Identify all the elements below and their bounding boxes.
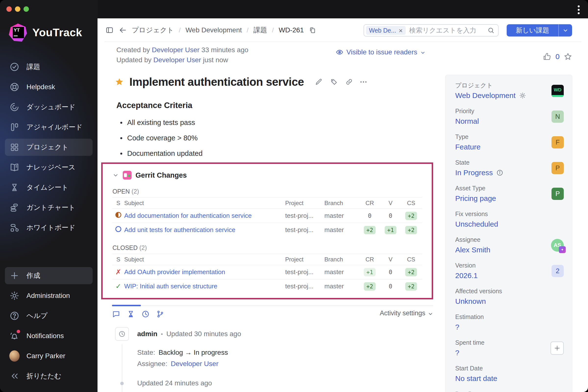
field-label: Estimation	[455, 313, 484, 321]
state-badge[interactable]: P	[552, 162, 564, 174]
back-arrow-icon[interactable]	[118, 26, 127, 34]
chevron-down-icon[interactable]	[112, 172, 119, 178]
close-window-button[interactable]	[6, 6, 12, 12]
breadcrumb-issue-id[interactable]: WD-261	[278, 26, 304, 34]
asset-type-badge[interactable]: P	[552, 188, 564, 200]
field-value-link[interactable]: ?	[455, 322, 460, 332]
assignee-user-link[interactable]: Developer User	[171, 360, 218, 368]
close-icon[interactable]	[398, 27, 403, 34]
link-icon[interactable]	[345, 78, 353, 86]
change-subject-link[interactable]: Add OAuth provider implementation	[124, 268, 285, 276]
more-actions-icon[interactable]	[360, 78, 366, 86]
activity-timestamp: Updated 30 minutes ago	[166, 330, 241, 338]
visibility-control[interactable]: Visible to issue readers	[336, 48, 426, 56]
edit-pencil-icon[interactable]	[315, 78, 323, 86]
spent-time-tab-icon[interactable]	[127, 310, 135, 318]
likes-count[interactable]: 0	[556, 52, 560, 61]
field-value-link[interactable]: ?	[455, 348, 460, 358]
field-spent-time: Spent time ?	[455, 338, 564, 358]
sidebar-item-projects[interactable]: プロジェクト	[5, 139, 92, 156]
priority-badge[interactable]: N	[552, 110, 564, 123]
field-value-link[interactable]: Normal	[455, 116, 479, 126]
vcs-tab-icon[interactable]	[156, 310, 164, 318]
sidebar-item-whiteboards[interactable]: ホワイトボード	[5, 219, 92, 236]
new-issue-dropdown[interactable]	[559, 24, 572, 36]
favorite-star-icon[interactable]	[115, 77, 124, 86]
comments-tab-icon[interactable]	[112, 310, 120, 318]
gerrit-change-row: Add documentation for authentication ser…	[112, 209, 422, 223]
sidebar-item-dashboards[interactable]: ダッシュボード	[5, 98, 92, 116]
window-menu-icon[interactable]	[578, 6, 580, 14]
breadcrumb-issues[interactable]: 課題	[253, 26, 267, 35]
add-spent-time-button[interactable]	[550, 342, 564, 355]
zoom-window-button[interactable]	[24, 6, 29, 12]
description-bullet: Code coverage > 80%	[116, 130, 202, 146]
field-value-link[interactable]: Unknown	[455, 296, 486, 306]
create-button[interactable]: 作成	[5, 267, 92, 284]
description-heading: Acceptance Criteria	[116, 101, 202, 110]
assignee-avatar[interactable]: AS✦	[551, 239, 564, 252]
sidebar-item-knowledge-base[interactable]: ナレッジベース	[5, 159, 92, 176]
activity-author-link[interactable]: admin	[137, 330, 157, 338]
field-value-link[interactable]: Web Development	[455, 91, 516, 100]
search-input[interactable]: Web De... 検索リクエストを入力	[364, 24, 498, 36]
assignee-change-line: Assignee:Developer User	[137, 358, 228, 370]
tag-icon[interactable]	[330, 78, 338, 86]
collapse-sidebar-button[interactable]: 折りたたむ	[5, 368, 92, 385]
sidebar-item-helpdesk[interactable]: Helpdesk	[5, 78, 92, 96]
activity-settings[interactable]: Activity settings	[380, 310, 433, 317]
search-filter-chip[interactable]: Web De...	[366, 26, 406, 35]
copy-icon[interactable]	[309, 26, 316, 34]
field-label: プロジェクト	[455, 81, 526, 89]
topbar: プロジェクト Web Development 課題 WD-261 Web De.…	[98, 18, 588, 42]
sidebar-item-help[interactable]: ヘルプ	[5, 307, 92, 324]
gerrit-change-row: ✓ WIP: Initial auth service structure te…	[112, 279, 422, 293]
field-value-link[interactable]: 2026.1	[455, 271, 478, 280]
titlebar	[0, 0, 588, 18]
change-subject-link[interactable]: Add documentation for authentication ser…	[124, 212, 285, 220]
breadcrumb-projects[interactable]: プロジェクト	[132, 26, 174, 35]
search-icon	[487, 27, 495, 34]
projects-icon	[9, 142, 20, 152]
version-badge[interactable]: 2	[552, 265, 564, 277]
plus-icon	[554, 345, 560, 352]
sidebar-item-issues[interactable]: 課題	[5, 58, 92, 76]
minimize-window-button[interactable]	[15, 6, 20, 12]
sidebar-item-gantt-charts[interactable]: ガントチャート	[5, 199, 92, 216]
field-value-link[interactable]: No start date	[455, 374, 497, 384]
issue-title: Implement authentication service	[129, 75, 304, 88]
sidebar-item-administration[interactable]: Administration	[5, 287, 92, 304]
breadcrumb-project[interactable]: Web Development	[186, 26, 242, 34]
sidebar-item-agile-boards[interactable]: アジャイルボード	[5, 118, 92, 136]
app-window: YT YouTrack 課題 Helpdesk ダッシュボード アジャイルボード	[0, 0, 588, 392]
gear-icon[interactable]	[519, 92, 526, 99]
sidebar-item-timesheets[interactable]: タイムシート	[5, 179, 92, 196]
gerrit-panel-header[interactable]: Gerrit Changes	[112, 171, 422, 180]
history-tab-icon[interactable]	[141, 310, 150, 318]
new-issue-button[interactable]: 新しい課題	[507, 24, 572, 36]
change-branch: master	[324, 268, 359, 276]
sidebar-item-notifications[interactable]: Notifications	[5, 327, 92, 344]
field-value-link[interactable]: Feature	[455, 142, 480, 152]
youtrack-logo[interactable]: YT YouTrack	[9, 24, 82, 42]
change-subject-link[interactable]: Add unit tests for authentication servic…	[124, 226, 285, 234]
gear-icon	[9, 290, 20, 301]
info-icon[interactable]	[496, 169, 504, 176]
visibility-label: Visible to issue readers	[346, 48, 417, 56]
created-user-link[interactable]: Developer User	[152, 46, 200, 54]
type-badge[interactable]: F	[552, 136, 564, 148]
change-cs: +2	[400, 268, 422, 276]
star-outline-icon[interactable]	[564, 52, 572, 61]
change-cr: +2	[359, 282, 381, 290]
field-value-link[interactable]: Pricing page	[455, 194, 496, 203]
user-menu[interactable]: Carry Parker	[5, 348, 92, 364]
change-project: test-proj...	[285, 226, 324, 234]
thumbs-up-icon[interactable]	[543, 52, 552, 61]
collapse-panel-icon[interactable]	[105, 26, 114, 34]
field-value-link[interactable]: Alex Smith	[455, 245, 490, 255]
updated-user-link[interactable]: Developer User	[153, 56, 201, 64]
field-value-link[interactable]: In Progress	[455, 168, 493, 178]
project-avatar[interactable]: WD	[552, 85, 564, 97]
field-value-link[interactable]: Unscheduled	[455, 219, 498, 229]
change-subject-link[interactable]: WIP: Initial auth service structure	[124, 282, 285, 290]
